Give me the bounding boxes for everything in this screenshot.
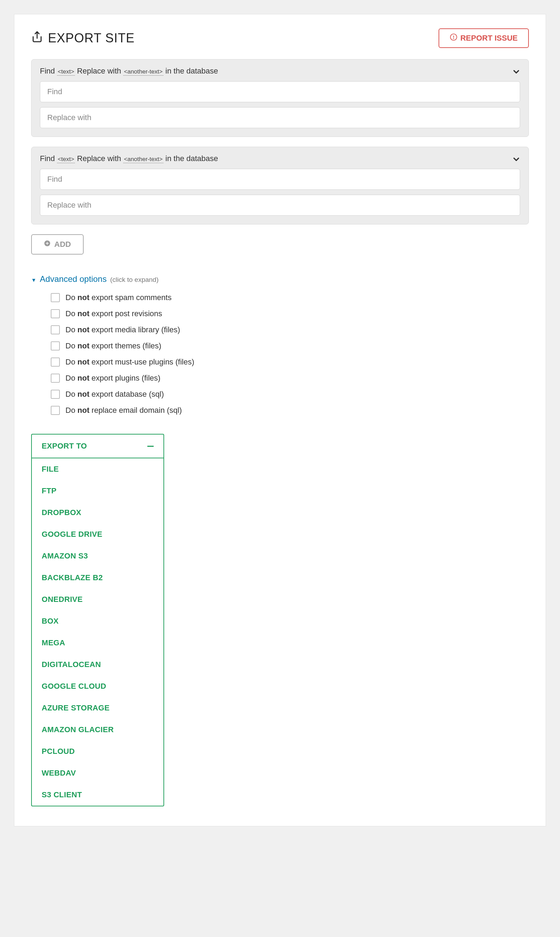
export-to-item[interactable]: AZURE STORAGE <box>32 697 163 719</box>
export-to-item[interactable]: S3 CLIENT <box>32 784 163 806</box>
minus-icon <box>147 446 154 447</box>
text-placeholder: <text> <box>57 68 75 76</box>
text-placeholder: <text> <box>57 156 75 163</box>
export-to-item[interactable]: GOOGLE DRIVE <box>32 524 163 545</box>
advanced-option-label[interactable]: Do not export media library (files) <box>65 325 180 334</box>
report-issue-label: REPORT ISSUE <box>460 34 518 43</box>
export-to-item[interactable]: FTP <box>32 480 163 502</box>
advanced-option: Do not export database (sql) <box>51 386 529 402</box>
replace-input[interactable] <box>40 107 520 128</box>
svg-rect-6 <box>46 243 49 244</box>
advanced-option-label[interactable]: Do not export post revisions <box>65 309 162 318</box>
find-input[interactable] <box>40 169 520 190</box>
export-to-item[interactable]: BACKBLAZE B2 <box>32 567 163 589</box>
export-site-panel: EXPORT SITE REPORT ISSUE Find <text> Rep… <box>14 14 546 826</box>
export-to-header-label: EXPORT TO <box>42 442 87 451</box>
advanced-option: Do not export spam comments <box>51 290 529 306</box>
export-icon <box>31 31 43 46</box>
export-to-item[interactable]: FILE <box>32 458 163 480</box>
advanced-option-checkbox[interactable] <box>51 406 60 415</box>
export-to-item[interactable]: GOOGLE CLOUD <box>32 675 163 697</box>
add-button[interactable]: ADD <box>31 234 84 254</box>
chevron-down-icon[interactable] <box>512 67 521 78</box>
find-replace-title: Find <text> Replace with <another-text> … <box>40 154 520 163</box>
export-to-header[interactable]: EXPORT TO <box>32 435 163 458</box>
advanced-option-checkbox[interactable] <box>51 325 60 334</box>
export-to-item[interactable]: DROPBOX <box>32 502 163 524</box>
export-to-item[interactable]: WEBDAV <box>32 762 163 784</box>
advanced-option-label[interactable]: Do not export spam comments <box>65 293 171 302</box>
export-to-list: FILEFTPDROPBOXGOOGLE DRIVEAMAZON S3BACKB… <box>32 458 163 806</box>
panel-header: EXPORT SITE REPORT ISSUE <box>31 28 529 48</box>
advanced-option-checkbox[interactable] <box>51 293 60 302</box>
advanced-option-label[interactable]: Do not export themes (files) <box>65 341 162 350</box>
export-to-item[interactable]: AMAZON S3 <box>32 545 163 567</box>
advanced-option-checkbox[interactable] <box>51 374 60 383</box>
advanced-options-hint: (click to expand) <box>110 276 158 284</box>
advanced-option-label[interactable]: Do not export must-use plugins (files) <box>65 358 194 367</box>
export-to-item[interactable]: MEGA <box>32 632 163 654</box>
another-text-placeholder: <another-text> <box>123 156 163 163</box>
export-to-item[interactable]: PCLOUD <box>32 741 163 762</box>
page-title-text: EXPORT SITE <box>48 31 135 46</box>
advanced-option-label[interactable]: Do not replace email domain (sql) <box>65 406 182 415</box>
advanced-options-label: Advanced options <box>40 274 107 284</box>
chevron-down-icon[interactable] <box>512 155 521 165</box>
export-to-item[interactable]: ONEDRIVE <box>32 589 163 610</box>
advanced-option: Do not export plugins (files) <box>51 370 529 386</box>
advanced-option-label[interactable]: Do not export database (sql) <box>65 390 164 399</box>
advanced-option-checkbox[interactable] <box>51 358 60 367</box>
find-replace-box: Find <text> Replace with <another-text> … <box>31 59 529 137</box>
alert-icon <box>450 33 457 43</box>
export-to-item[interactable]: DIGITALOCEAN <box>32 654 163 675</box>
advanced-option: Do not replace email domain (sql) <box>51 402 529 418</box>
replace-input[interactable] <box>40 195 520 216</box>
add-button-label: ADD <box>54 240 71 249</box>
export-to-item[interactable]: BOX <box>32 610 163 632</box>
caret-down-icon: ▼ <box>31 277 36 283</box>
advanced-option-checkbox[interactable] <box>51 341 60 350</box>
export-to-menu: EXPORT TO FILEFTPDROPBOXGOOGLE DRIVEAMAZ… <box>31 434 164 806</box>
report-issue-button[interactable]: REPORT ISSUE <box>438 28 529 48</box>
advanced-option: Do not export themes (files) <box>51 338 529 354</box>
find-replace-box: Find <text> Replace with <another-text> … <box>31 147 529 225</box>
advanced-options-list: Do not export spam comments Do not expor… <box>31 290 529 418</box>
advanced-option: Do not export must-use plugins (files) <box>51 354 529 370</box>
export-to-item[interactable]: AMAZON GLACIER <box>32 719 163 741</box>
plus-circle-icon <box>44 240 51 249</box>
advanced-option-label[interactable]: Do not export plugins (files) <box>65 374 160 383</box>
advanced-option: Do not export post revisions <box>51 306 529 322</box>
page-title: EXPORT SITE <box>31 31 135 46</box>
another-text-placeholder: <another-text> <box>123 68 163 76</box>
advanced-option-checkbox[interactable] <box>51 390 60 399</box>
advanced-option-checkbox[interactable] <box>51 309 60 318</box>
advanced-options-toggle[interactable]: ▼ Advanced options (click to expand) <box>31 274 529 284</box>
find-input[interactable] <box>40 81 520 102</box>
find-replace-title: Find <text> Replace with <another-text> … <box>40 66 520 76</box>
svg-point-3 <box>454 39 454 39</box>
advanced-option: Do not export media library (files) <box>51 322 529 338</box>
